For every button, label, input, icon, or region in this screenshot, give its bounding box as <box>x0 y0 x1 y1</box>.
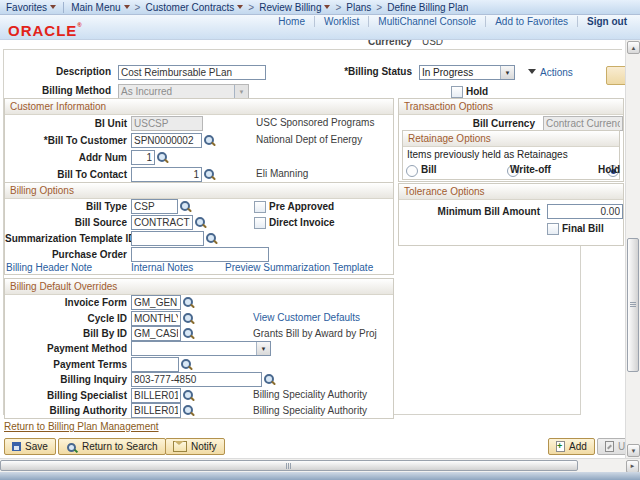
customer-information-section: Customer Information BI Unit USC Sponsor… <box>4 98 394 183</box>
return-to-search-button[interactable]: Return to Search <box>58 438 166 455</box>
home-link[interactable]: Home <box>269 16 314 27</box>
billing-status-select[interactable]: In Progress <box>419 65 515 80</box>
actions-link[interactable]: Actions <box>540 67 573 78</box>
chevron-down-icon <box>237 5 243 12</box>
header-band: Home Worklist MultiChannel Console Add t… <box>0 15 640 40</box>
cycle-id-input[interactable] <box>131 311 181 326</box>
minimum-bill-amount-row: Minimum Bill Amount <box>399 203 623 220</box>
chevron-down-icon[interactable] <box>500 66 514 79</box>
favorites-menu[interactable]: Favorites <box>6 2 56 13</box>
description-input[interactable] <box>118 65 266 80</box>
save-button-label: Save <box>25 441 48 452</box>
header-links: Home Worklist MultiChannel Console Add t… <box>269 16 636 27</box>
summarization-template-lookup-icon[interactable] <box>205 232 218 245</box>
addr-num-row: Addr Num <box>5 149 393 166</box>
hold-checkbox-label: Hold <box>466 86 488 97</box>
addr-num-input[interactable] <box>131 150 155 165</box>
crumb-label: Define Billing Plan <box>387 2 468 13</box>
breadcrumb-customer-contracts[interactable]: Customer Contracts <box>145 2 243 13</box>
billing-authority-lookup-icon[interactable] <box>182 404 195 417</box>
final-bill-label: Final Bill <box>562 223 604 234</box>
bill-currency-input <box>543 116 623 131</box>
billing-inquiry-lookup-icon[interactable] <box>263 373 276 386</box>
cycle-id-lookup-icon[interactable] <box>182 312 195 325</box>
billing-inquiry-input[interactable] <box>131 372 262 387</box>
bill-to-customer-lookup-icon[interactable] <box>203 134 216 147</box>
bill-by-id-description: Grants Bill by Award by Proj <box>253 328 377 339</box>
customer-information-title: Customer Information <box>5 99 393 115</box>
pre-approved-checkbox[interactable] <box>254 201 266 213</box>
payment-terms-input[interactable] <box>131 357 179 372</box>
billing-specialist-lookup-icon[interactable] <box>182 389 195 402</box>
actions-triangle-icon[interactable] <box>528 69 536 78</box>
add-to-favorites-link[interactable]: Add to Favorites <box>485 16 577 27</box>
view-customer-defaults-link[interactable]: View Customer Defaults <box>253 312 360 323</box>
retainage-hold-label: Hold <box>598 164 620 175</box>
vertical-scroll-thumb[interactable] <box>627 238 639 372</box>
breadcrumb-main-menu[interactable]: Main Menu <box>71 2 129 13</box>
worklist-link[interactable]: Worklist <box>314 16 368 27</box>
summarization-template-input[interactable] <box>131 231 204 246</box>
chevron-down-icon <box>324 5 330 12</box>
chevron-down-icon[interactable] <box>256 342 270 355</box>
billing-specialist-label: Billing Specialist <box>5 390 131 401</box>
invoice-form-input[interactable] <box>131 295 181 310</box>
window-bottom-edge <box>0 472 640 480</box>
bill-to-contact-lookup-icon[interactable] <box>203 168 216 181</box>
addr-num-label: Addr Num <box>5 152 131 163</box>
preview-summarization-template-link[interactable]: Preview Summarization Template <box>225 262 373 273</box>
scroll-right-button[interactable] <box>626 460 639 473</box>
billing-specialist-input[interactable] <box>131 388 181 403</box>
crumb-label: Customer Contracts <box>145 2 234 13</box>
addr-num-lookup-icon[interactable] <box>156 151 169 164</box>
bill-type-input[interactable] <box>131 199 178 214</box>
minimum-bill-amount-input[interactable] <box>547 204 623 219</box>
billing-authority-row: Billing Authority Billing Speciality Aut… <box>5 403 393 418</box>
billing-authority-label: Billing Authority <box>5 405 131 416</box>
bill-to-customer-description: National Dept of Energy <box>256 134 362 145</box>
return-to-billing-plan-management-link[interactable]: Return to Billing Plan Management <box>4 421 159 432</box>
billing-specialist-row: Billing Specialist Billing Speciality Au… <box>5 387 393 402</box>
final-bill-checkbox[interactable] <box>547 223 559 235</box>
breadcrumb-define-billing-plan[interactable]: Define Billing Plan <box>387 2 468 13</box>
multichannel-console-link[interactable]: MultiChannel Console <box>368 16 485 27</box>
invoice-form-label: Invoice Form <box>5 297 131 308</box>
vertical-scrollbar[interactable] <box>625 40 640 458</box>
direct-invoice-checkbox[interactable] <box>254 217 266 229</box>
payment-terms-lookup-icon[interactable] <box>180 358 193 371</box>
bill-type-lookup-icon[interactable] <box>179 200 192 213</box>
horizontal-scroll-thumb[interactable] <box>0 460 578 471</box>
retainage-bill-radio[interactable] <box>406 165 418 177</box>
update-display-button-label: Update <box>618 441 625 452</box>
breadcrumb-review-billing[interactable]: Review Billing <box>259 2 330 13</box>
bill-by-id-input[interactable] <box>131 326 181 341</box>
sign-out-link[interactable]: Sign out <box>577 16 636 27</box>
bill-source-input[interactable] <box>131 215 193 230</box>
save-button[interactable]: Save <box>4 438 56 455</box>
crumb-divider <box>63 2 64 13</box>
oracle-logo-text: ORACLE <box>8 22 77 39</box>
horizontal-scrollbar[interactable] <box>0 458 640 472</box>
bill-to-contact-label: Bill To Contact <box>5 169 131 180</box>
bill-to-customer-label: *Bill To Customer <box>5 135 131 146</box>
scroll-up-button[interactable] <box>627 41 640 54</box>
breadcrumb-plans[interactable]: Plans <box>346 2 371 13</box>
scroll-down-button[interactable] <box>627 444 640 457</box>
bill-source-lookup-icon[interactable] <box>194 216 207 229</box>
description-row: Description *Billing Status In Progress … <box>0 65 625 80</box>
internal-notes-link[interactable]: Internal Notes <box>131 262 193 273</box>
bill-to-contact-input[interactable] <box>131 167 202 182</box>
invoice-form-lookup-icon[interactable] <box>182 296 195 309</box>
bill-to-customer-input[interactable] <box>131 133 202 148</box>
bill-by-id-lookup-icon[interactable] <box>182 327 195 340</box>
bi-unit-row: BI Unit USC Sponsored Programs <box>5 115 393 132</box>
notify-button[interactable]: Notify <box>165 438 225 455</box>
billing-authority-input[interactable] <box>131 403 181 418</box>
add-button[interactable]: Add <box>548 438 595 455</box>
payment-method-select[interactable] <box>131 341 271 356</box>
return-to-search-button-label: Return to Search <box>82 441 158 452</box>
billing-header-note-link[interactable]: Billing Header Note <box>6 262 92 273</box>
purchase-order-input[interactable] <box>131 247 269 262</box>
hold-checkbox[interactable] <box>451 86 463 98</box>
bill-to-contact-row: Bill To Contact Eli Manning <box>5 166 393 183</box>
